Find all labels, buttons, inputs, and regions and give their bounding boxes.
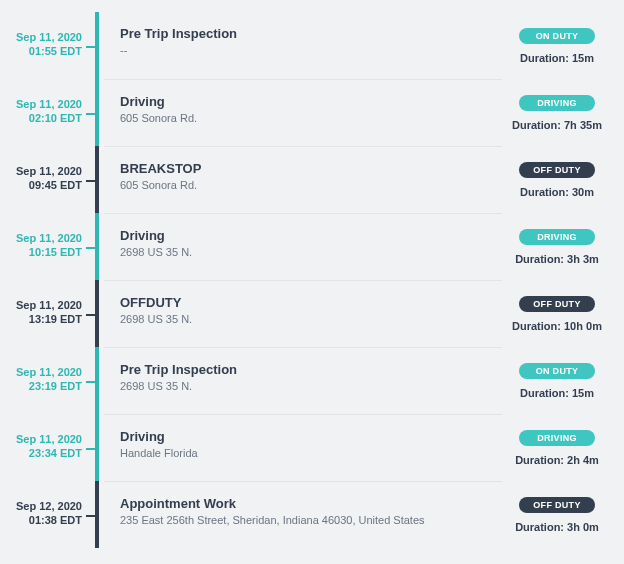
event-location: 2698 US 35 N.: [120, 313, 492, 325]
event-title: OFFDUTY: [120, 295, 492, 310]
event-time-col: Sep 11, 202023:34 EDT: [12, 414, 90, 481]
timeline-line: [90, 414, 104, 481]
timeline-tick-icon: [86, 113, 96, 115]
timeline: Sep 11, 202001:55 EDTPre Trip Inspection…: [12, 12, 612, 548]
event-duration: Duration: 10h 0m: [502, 320, 612, 332]
event-content: Pre Trip Inspection--: [104, 12, 502, 79]
timeline-line: [90, 347, 104, 414]
event-title: Appointment Work: [120, 496, 492, 511]
event-time: 02:10 EDT: [12, 111, 82, 125]
event-duration: Duration: 15m: [502, 52, 612, 64]
timeline-tick-icon: [86, 381, 96, 383]
event-time-col: Sep 11, 202009:45 EDT: [12, 146, 90, 213]
event-content: Driving2698 US 35 N.: [104, 213, 502, 280]
event-date: Sep 11, 2020: [12, 432, 82, 446]
event-row[interactable]: Sep 11, 202001:55 EDTPre Trip Inspection…: [12, 12, 612, 79]
event-row[interactable]: Sep 12, 202001:38 EDTAppointment Work235…: [12, 481, 612, 548]
event-time-col: Sep 11, 202002:10 EDT: [12, 79, 90, 146]
status-badge: ON DUTY: [519, 363, 595, 379]
event-row[interactable]: Sep 11, 202023:34 EDTDrivingHandale Flor…: [12, 414, 612, 481]
event-location: --: [120, 44, 492, 56]
timeline-line: [90, 481, 104, 548]
event-title: Pre Trip Inspection: [120, 362, 492, 377]
event-row[interactable]: Sep 11, 202002:10 EDTDriving605 Sonora R…: [12, 79, 612, 146]
event-time-col: Sep 11, 202001:55 EDT: [12, 12, 90, 79]
event-title: Pre Trip Inspection: [120, 26, 492, 41]
event-duration: Duration: 3h 0m: [502, 521, 612, 533]
event-duration: Duration: 2h 4m: [502, 454, 612, 466]
event-status-col: OFF DUTYDuration: 10h 0m: [502, 280, 612, 347]
status-badge: OFF DUTY: [519, 162, 595, 178]
event-status-col: ON DUTYDuration: 15m: [502, 12, 612, 79]
event-location: 2698 US 35 N.: [120, 246, 492, 258]
event-time: 23:34 EDT: [12, 446, 82, 460]
event-location: Handale Florida: [120, 447, 492, 459]
event-status-col: DRIVINGDuration: 2h 4m: [502, 414, 612, 481]
event-date: Sep 11, 2020: [12, 231, 82, 245]
timeline-line: [90, 280, 104, 347]
event-content: OFFDUTY2698 US 35 N.: [104, 280, 502, 347]
event-time: 23:19 EDT: [12, 379, 82, 393]
event-date: Sep 11, 2020: [12, 365, 82, 379]
event-content: Pre Trip Inspection2698 US 35 N.: [104, 347, 502, 414]
event-time-col: Sep 11, 202013:19 EDT: [12, 280, 90, 347]
timeline-tick-icon: [86, 180, 96, 182]
event-title: Driving: [120, 429, 492, 444]
timeline-tick-icon: [86, 247, 96, 249]
event-status-col: OFF DUTYDuration: 30m: [502, 146, 612, 213]
timeline-line: [90, 146, 104, 213]
event-title: BREAKSTOP: [120, 161, 492, 176]
event-time-col: Sep 12, 202001:38 EDT: [12, 481, 90, 548]
event-title: Driving: [120, 228, 492, 243]
event-location: 235 East 256th Street, Sheridan, Indiana…: [120, 514, 492, 526]
event-duration: Duration: 7h 35m: [502, 119, 612, 131]
event-time: 01:38 EDT: [12, 513, 82, 527]
event-time: 10:15 EDT: [12, 245, 82, 259]
timeline-tick-icon: [86, 515, 96, 517]
timeline-tick-icon: [86, 314, 96, 316]
timeline-line: [90, 12, 104, 79]
event-time-col: Sep 11, 202010:15 EDT: [12, 213, 90, 280]
event-time: 01:55 EDT: [12, 44, 82, 58]
event-row[interactable]: Sep 11, 202009:45 EDTBREAKSTOP605 Sonora…: [12, 146, 612, 213]
event-date: Sep 12, 2020: [12, 499, 82, 513]
event-content: Appointment Work235 East 256th Street, S…: [104, 481, 502, 548]
event-status-col: OFF DUTYDuration: 3h 0m: [502, 481, 612, 548]
status-badge: DRIVING: [519, 229, 595, 245]
timeline-line: [90, 213, 104, 280]
status-badge: OFF DUTY: [519, 497, 595, 513]
event-time: 13:19 EDT: [12, 312, 82, 326]
event-location: 605 Sonora Rd.: [120, 112, 492, 124]
event-date: Sep 11, 2020: [12, 30, 82, 44]
event-date: Sep 11, 2020: [12, 298, 82, 312]
event-status-col: DRIVINGDuration: 3h 3m: [502, 213, 612, 280]
event-content: Driving605 Sonora Rd.: [104, 79, 502, 146]
event-duration: Duration: 30m: [502, 186, 612, 198]
event-row[interactable]: Sep 11, 202023:19 EDTPre Trip Inspection…: [12, 347, 612, 414]
timeline-line: [90, 79, 104, 146]
event-row[interactable]: Sep 11, 202013:19 EDTOFFDUTY2698 US 35 N…: [12, 280, 612, 347]
event-date: Sep 11, 2020: [12, 97, 82, 111]
event-status-col: DRIVINGDuration: 7h 35m: [502, 79, 612, 146]
event-row[interactable]: Sep 11, 202010:15 EDTDriving2698 US 35 N…: [12, 213, 612, 280]
event-title: Driving: [120, 94, 492, 109]
status-badge: DRIVING: [519, 95, 595, 111]
event-duration: Duration: 3h 3m: [502, 253, 612, 265]
status-badge: OFF DUTY: [519, 296, 595, 312]
timeline-tick-icon: [86, 448, 96, 450]
event-date: Sep 11, 2020: [12, 164, 82, 178]
event-location: 2698 US 35 N.: [120, 380, 492, 392]
timeline-tick-icon: [86, 46, 96, 48]
event-location: 605 Sonora Rd.: [120, 179, 492, 191]
event-content: BREAKSTOP605 Sonora Rd.: [104, 146, 502, 213]
event-content: DrivingHandale Florida: [104, 414, 502, 481]
event-time: 09:45 EDT: [12, 178, 82, 192]
status-badge: DRIVING: [519, 430, 595, 446]
event-status-col: ON DUTYDuration: 15m: [502, 347, 612, 414]
status-badge: ON DUTY: [519, 28, 595, 44]
event-duration: Duration: 15m: [502, 387, 612, 399]
event-time-col: Sep 11, 202023:19 EDT: [12, 347, 90, 414]
